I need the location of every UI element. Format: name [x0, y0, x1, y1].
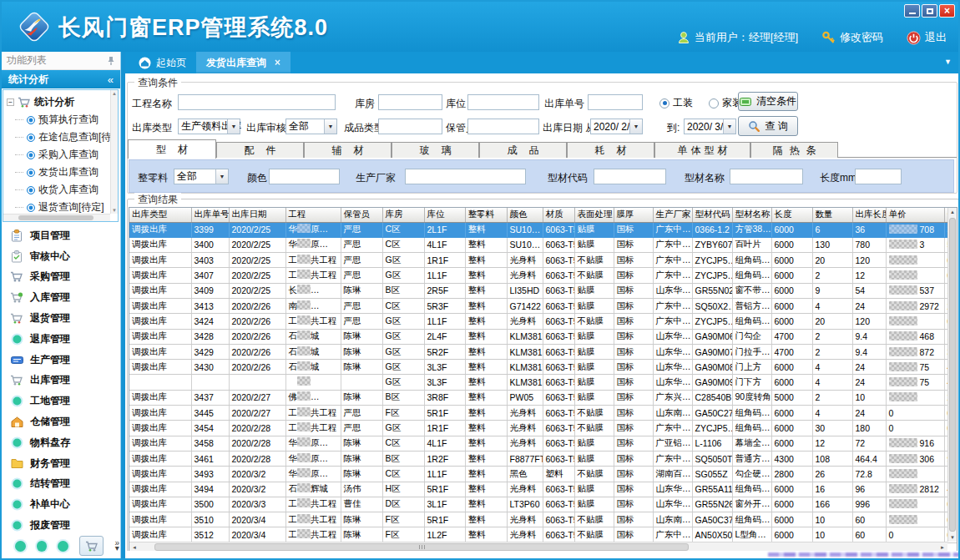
manufacturer-input[interactable] [405, 169, 526, 184]
logout-button[interactable]: 退出 [907, 30, 947, 45]
tab-list-dropdown-icon[interactable]: ▼ [944, 58, 952, 66]
column-header[interactable]: 表面处理 [574, 208, 614, 222]
pin-icon[interactable] [107, 56, 115, 66]
column-header[interactable]: 生产厂家 [653, 208, 692, 222]
search-button[interactable]: 查 询 [738, 116, 798, 136]
sidebar-item-物料盘存[interactable]: 物料盘存 [2, 432, 119, 453]
table-row[interactable]: 调拨出库34372020/2/27佛…陈琳B区3R8F整料PW056063-T5… [129, 390, 957, 405]
material-tab-辅材[interactable]: 辅材 [304, 142, 392, 158]
table-row[interactable]: G区3L3F整料KLM38176063-T5贴膜国标山东华…GA90M09…门下… [129, 375, 957, 390]
radio-gongzhuang[interactable]: 工装 [659, 96, 693, 110]
sidebar-item-审核中心[interactable]: 审核中心 [2, 246, 119, 267]
tree-item[interactable]: 发货出库查询 [15, 164, 118, 181]
column-header[interactable]: 库房 [382, 208, 424, 222]
profile-code-input[interactable] [594, 169, 666, 184]
location-input[interactable] [467, 94, 539, 110]
sidebar-item-入库管理[interactable]: 入库管理 [2, 287, 119, 308]
product-type-input[interactable] [378, 119, 442, 134]
sidebar-item-工地管理[interactable]: 工地管理 [2, 391, 119, 411]
material-tab-配件[interactable]: 配件 [216, 142, 304, 158]
table-row[interactable]: 调拨出库34242020/2/26工共工程严思G区1L1F整料光身料6063-T… [129, 314, 957, 329]
date-to-select[interactable]: 2020/ 3/16▼ [684, 119, 736, 134]
radio-jiazhuang[interactable]: 家装 [709, 96, 742, 110]
sidebar-item-报废管理[interactable]: 报废管理 [2, 515, 119, 533]
color-input[interactable] [269, 169, 340, 184]
collapse-icon[interactable]: « [108, 73, 114, 86]
sidebar-item-采购管理[interactable]: 采购管理 [2, 267, 119, 288]
table-row[interactable]: 调拨出库34942020/3/2石辉城汤伟H区5R1F整料光身料6063-T5贴… [129, 482, 957, 497]
circle-icon[interactable] [37, 541, 48, 552]
material-tab-耗材[interactable]: 耗材 [567, 142, 654, 158]
change-password-button[interactable]: 修改密码 [821, 30, 883, 45]
material-tab-型材[interactable]: 型材 [128, 139, 216, 159]
sidebar-item-补单中心[interactable]: 补单中心 [2, 494, 119, 515]
table-row[interactable]: 调拨出库34452020/2/27工共工程严思F区5R1F整料光身料6063-T… [129, 406, 957, 421]
table-row[interactable]: 调拨出库35002020/3/3工共工程曹佳D区3L1F整料LT3P606063… [129, 497, 957, 512]
tree-item[interactable]: 在途信息查询[待 [15, 129, 118, 146]
table-row[interactable]: 调拨出库35102020/3/4工共工程陈琳F区5R1F整料光身料6063-T5… [129, 512, 957, 527]
sidebar-item-退库管理[interactable]: 退库管理 [2, 329, 119, 350]
sidebar-item-仓储管理[interactable]: 仓储管理 [2, 411, 119, 432]
sidebar-item-项目管理[interactable]: 项目管理 [2, 225, 119, 246]
table-row[interactable]: 调拨出库34002020/2/25华原…严思C区4L1F整料SU10…6063-… [129, 237, 957, 252]
sidebar-item-财务管理[interactable]: 财务管理 [2, 453, 119, 474]
close-icon[interactable]: × [939, 4, 955, 18]
whole-part-select[interactable]: 全部▼ [174, 169, 229, 184]
column-header[interactable]: 颜色 [507, 208, 543, 222]
column-header[interactable]: 数量 [812, 208, 852, 222]
tree-item[interactable]: 收货入库查询 [15, 181, 118, 199]
date-from-select[interactable]: 2020/ 2/16▼ [590, 119, 643, 134]
material-tab-成品[interactable]: 成品 [479, 142, 567, 158]
column-header[interactable]: 长度 [771, 208, 812, 222]
column-header[interactable]: 出库类型 [129, 208, 191, 222]
order-no-input[interactable] [588, 94, 643, 110]
vertical-scrollbar[interactable]: ▲▼ [947, 208, 957, 542]
profile-name-input[interactable] [730, 169, 803, 184]
table-row[interactable]: 调拨出库34612020/2/28华原…陈琳B区1R2F整料F8877FT606… [129, 451, 957, 466]
material-tab-玻璃[interactable]: 玻璃 [392, 142, 479, 158]
close-tab-icon[interactable]: × [275, 57, 280, 68]
column-header[interactable]: 型材名称 [732, 208, 771, 222]
table-row[interactable]: 调拨出库33992020/2/25华原…严思C区2L1F整料SU10…6063-… [129, 222, 957, 237]
table-row[interactable]: 调拨出库34132020/2/26南…严思C区5R3F整料G714226063-… [129, 298, 957, 313]
table-row[interactable]: 调拨出库34092020/2/25长…陈琳B区2R5F整料LI35HD6063-… [129, 283, 957, 298]
sidebar-section-header[interactable]: 统计分析 « [2, 70, 120, 88]
cart-button[interactable] [79, 536, 104, 556]
sidebar-item-退货管理[interactable]: 退货管理 [2, 308, 119, 329]
material-tab-隔热条[interactable]: 隔热条 [750, 142, 838, 158]
column-header[interactable]: 工程 [285, 208, 341, 222]
table-row[interactable]: 调拨出库34282020/2/26石城陈琳G区2L4F整料KLM38176063… [129, 329, 957, 344]
column-header[interactable]: 膜厚 [614, 208, 653, 222]
table-row[interactable]: 调拨出库35122020/3/4工共工程陈琳F区1L2F整料光身料6063-T5… [129, 527, 957, 542]
column-header[interactable]: 出库日期 [229, 208, 285, 222]
tree-item[interactable]: 采购入库查询 [15, 146, 118, 164]
sidebar-item-生产管理[interactable]: 生产管理 [2, 350, 119, 371]
column-header[interactable]: 保管员 [341, 208, 382, 222]
table-row[interactable]: 调拨出库34542020/2/28工共工程严思G区1R1F整料光身料6063-T… [129, 421, 957, 436]
table-row[interactable]: 调拨出库34582020/2/28华原…陈琳C区4L1F整料光身料6063-T5… [129, 436, 957, 451]
table-row[interactable]: 调拨出库34302020/2/26石城陈琳G区3L3F整料KLM38176063… [129, 360, 957, 375]
tree-expander-icon[interactable]: − [7, 98, 14, 106]
column-header[interactable]: 库位 [424, 208, 465, 222]
table-row[interactable]: 调拨出库34932020/3/2华原…陈琳C区1L1F整料黑色塑料不贴膜国标湖南… [129, 467, 957, 482]
column-header[interactable]: 出库单号 [191, 208, 229, 222]
clear-conditions-button[interactable]: 清空条件 [738, 92, 798, 111]
column-header[interactable]: 单价 [886, 208, 944, 222]
minimize-icon[interactable] [904, 4, 920, 18]
table-row[interactable]: 调拨出库34292020/2/26石城陈琳G区5R2F整料KLM38176063… [129, 344, 957, 359]
circle-icon[interactable] [15, 541, 26, 552]
maximize-icon[interactable] [922, 4, 937, 18]
table-row[interactable]: 调拨出库34072020/2/25工共工程严思G区1L1F整料光身料6063-T… [129, 268, 957, 283]
circle-icon[interactable] [58, 541, 68, 552]
length-input[interactable] [855, 169, 902, 184]
sidebar-item-出库管理[interactable]: 出库管理 [2, 371, 119, 391]
outbound-type-select[interactable]: 生产领料出库▼ [178, 119, 240, 134]
audit-select[interactable]: 全部▼ [285, 119, 337, 134]
column-header[interactable]: 出库长度 [852, 208, 886, 222]
overflow-chevron-icon[interactable]: »▾ [114, 541, 119, 551]
warehouse-input[interactable] [378, 94, 442, 110]
keeper-input[interactable] [467, 119, 539, 134]
tree-vertical-scrollbar[interactable]: ▲▼ [110, 90, 118, 214]
column-header[interactable]: 型材代码 [692, 208, 732, 222]
column-header[interactable]: 整零料 [465, 208, 507, 222]
